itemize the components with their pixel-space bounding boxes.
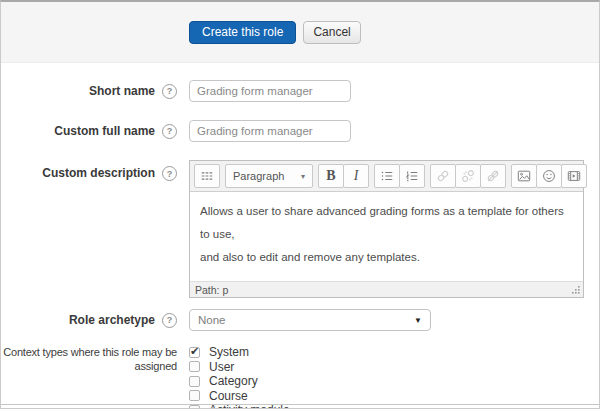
help-icon[interactable]: ? bbox=[162, 313, 177, 328]
bold-button[interactable]: B bbox=[318, 164, 344, 188]
context-types-label-line: assigned bbox=[1, 359, 177, 373]
short-name-label: Short name bbox=[89, 84, 155, 98]
create-role-form-page: Create this role Cancel Short name ? Cus… bbox=[0, 0, 600, 409]
context-types-ctrl: System User Category bbox=[189, 345, 290, 409]
help-icon[interactable]: ? bbox=[162, 84, 177, 99]
checkbox[interactable] bbox=[189, 347, 200, 358]
editor-status-bar: Path: p bbox=[190, 281, 583, 297]
role-definition-form: Short name ? Custom full name ? Custom d… bbox=[1, 63, 599, 409]
short-name-input[interactable] bbox=[189, 80, 351, 102]
editor-toolbar: Paragraph ▾ B I bbox=[190, 161, 583, 192]
link-button[interactable] bbox=[430, 164, 456, 188]
description-text-line: Allows a user to share advanced grading … bbox=[200, 205, 564, 240]
link-icon bbox=[436, 169, 450, 183]
description-text-line: and also to edit and remove any template… bbox=[200, 251, 420, 263]
checkbox-label: Category bbox=[209, 374, 258, 388]
custom-full-name-label: Custom full name bbox=[54, 124, 155, 138]
cancel-button[interactable]: Cancel bbox=[303, 21, 360, 44]
italic-button[interactable]: I bbox=[343, 164, 369, 188]
context-types-labelcell: Context types where this role may be ass… bbox=[1, 345, 177, 409]
checkbox[interactable] bbox=[189, 376, 200, 387]
form-actions: Create this role Cancel bbox=[189, 21, 361, 44]
insert-image-button[interactable] bbox=[511, 164, 537, 188]
role-archetype-select[interactable]: None ▼ bbox=[189, 309, 431, 331]
resize-grip-icon[interactable] bbox=[571, 285, 580, 294]
short-name-row: Short name ? bbox=[1, 80, 599, 102]
custom-full-name-ctrl bbox=[189, 120, 351, 142]
paragraph-format-dropdown[interactable]: Paragraph ▾ bbox=[225, 164, 313, 188]
image-icon bbox=[517, 169, 531, 183]
insert-media-button[interactable] bbox=[561, 164, 587, 188]
context-types-checkbox-list: System User Category bbox=[189, 345, 290, 409]
role-archetype-ctrl: None ▼ bbox=[189, 309, 431, 331]
emoticon-icon bbox=[542, 169, 556, 183]
context-types-label: Context types where this role may be ass… bbox=[1, 345, 177, 373]
custom-full-name-input[interactable] bbox=[189, 120, 351, 142]
context-types-row: Context types where this role may be ass… bbox=[1, 345, 599, 409]
checkbox[interactable] bbox=[189, 390, 200, 401]
role-archetype-label: Role archetype bbox=[69, 313, 155, 327]
bullet-list-icon bbox=[380, 169, 394, 183]
help-icon[interactable]: ? bbox=[162, 166, 177, 181]
role-archetype-selected-value: None bbox=[198, 314, 226, 326]
editor-path-indicator[interactable]: Path: p bbox=[195, 284, 228, 296]
select-arrow-icon: ▼ bbox=[414, 316, 422, 325]
emoticon-button[interactable] bbox=[536, 164, 562, 188]
custom-full-name-row: Custom full name ? bbox=[1, 120, 599, 142]
media-icon bbox=[567, 169, 581, 183]
context-type-option[interactable]: System bbox=[189, 345, 290, 359]
checkbox-label: System bbox=[209, 345, 249, 359]
custom-description-labelcell: Custom description ? bbox=[1, 160, 177, 298]
custom-description-ctrl: Paragraph ▾ B I bbox=[189, 160, 584, 298]
custom-full-name-labelcell: Custom full name ? bbox=[1, 120, 177, 142]
bullet-list-button[interactable] bbox=[374, 164, 400, 188]
form-bottom-divider bbox=[1, 404, 599, 405]
context-type-option[interactable]: User bbox=[189, 360, 290, 374]
checkbox[interactable] bbox=[189, 361, 200, 372]
role-archetype-row: Role archetype ? None ▼ bbox=[1, 309, 599, 331]
description-content-area[interactable]: Allows a user to share advanced grading … bbox=[190, 192, 583, 281]
autolink-off-icon bbox=[486, 169, 500, 183]
role-archetype-labelcell: Role archetype ? bbox=[1, 309, 177, 331]
numbered-list-icon bbox=[405, 169, 419, 183]
toggle-toolbar-icon bbox=[200, 169, 214, 183]
autolink-off-button[interactable] bbox=[480, 164, 506, 188]
context-type-option[interactable]: Course bbox=[189, 389, 290, 403]
toggle-toolbar-button[interactable] bbox=[194, 164, 220, 188]
chevron-down-icon: ▾ bbox=[301, 172, 305, 181]
numbered-list-button[interactable] bbox=[399, 164, 425, 188]
custom-description-row: Custom description ? bbox=[1, 160, 599, 298]
context-type-option[interactable]: Category bbox=[189, 374, 290, 388]
unlink-button[interactable] bbox=[455, 164, 481, 188]
unlink-icon bbox=[461, 169, 475, 183]
custom-description-label: Custom description bbox=[42, 166, 155, 180]
paragraph-format-label: Paragraph bbox=[233, 170, 284, 182]
checkbox-label: User bbox=[209, 360, 234, 374]
context-types-label-line: Context types where this role may be bbox=[1, 345, 177, 359]
checkbox-label: Course bbox=[209, 389, 248, 403]
short-name-labelcell: Short name ? bbox=[1, 80, 177, 102]
checkbox[interactable] bbox=[189, 405, 200, 409]
form-actions-bar: Create this role Cancel bbox=[1, 2, 599, 63]
create-this-role-button[interactable]: Create this role bbox=[189, 21, 296, 44]
help-icon[interactable]: ? bbox=[162, 124, 177, 139]
short-name-ctrl bbox=[189, 80, 351, 102]
description-rich-text-editor: Paragraph ▾ B I bbox=[189, 160, 584, 298]
